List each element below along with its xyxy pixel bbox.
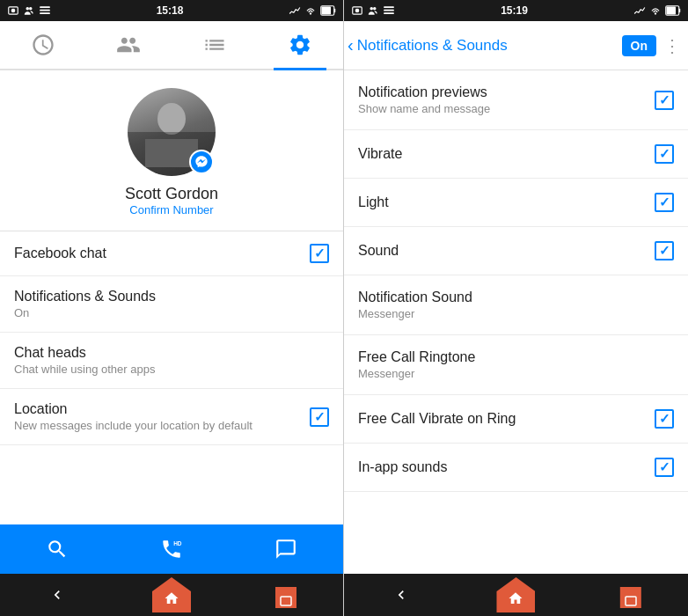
- settings-list: Facebook chat Notifications & Sounds On …: [0, 231, 343, 524]
- notif-item-free-call-vibrate-text: Free Call Vibrate on Ring: [358, 411, 655, 427]
- vibrate-checkbox[interactable]: [655, 144, 674, 164]
- back-button-left[interactable]: [31, 579, 84, 611]
- settings-item-location[interactable]: Location New messages include your locat…: [0, 389, 343, 445]
- svg-point-1: [11, 9, 16, 13]
- svg-rect-22: [384, 12, 394, 14]
- messenger-badge: [189, 150, 214, 174]
- notif-item-free-call-ringtone-title: Free Call Ringtone: [358, 349, 674, 365]
- profile-section: Scott Gordon Confirm Number: [0, 70, 343, 231]
- notif-item-light[interactable]: Light: [344, 179, 688, 227]
- svg-rect-5: [40, 10, 50, 11]
- svg-point-7: [310, 12, 311, 14]
- notif-item-sound[interactable]: Sound: [344, 227, 688, 275]
- notif-item-free-call-ringtone-text: Free Call Ringtone Messenger: [358, 349, 674, 380]
- left-top-nav: [0, 21, 343, 70]
- confirm-number[interactable]: Confirm Number: [129, 203, 213, 216]
- settings-item-facebook-chat[interactable]: Facebook chat: [0, 231, 343, 276]
- back-button-right[interactable]: [375, 579, 428, 611]
- notif-item-notification-previews-title: Notification previews: [358, 84, 655, 100]
- svg-rect-21: [384, 10, 394, 11]
- home-button-right[interactable]: [489, 579, 542, 611]
- notif-item-vibrate-text: Vibrate: [358, 146, 655, 162]
- free-call-vibrate-checkbox[interactable]: [655, 409, 674, 429]
- back-button-icon[interactable]: ‹: [348, 35, 354, 55]
- facebook-chat-checkbox[interactable]: [310, 244, 329, 263]
- notif-item-notification-sound-title: Notification Sound: [358, 290, 674, 305]
- svg-point-23: [655, 12, 656, 14]
- time-left: 15:18: [157, 4, 184, 17]
- notif-item-sound-text: Sound: [358, 243, 655, 259]
- svg-rect-25: [666, 7, 676, 15]
- notifications-list: Notification previews Show name and mess…: [344, 70, 688, 574]
- bottom-nav-call[interactable]: HD: [114, 524, 229, 574]
- notif-item-free-call-vibrate[interactable]: Free Call Vibrate on Ring: [344, 395, 688, 444]
- notif-item-free-call-vibrate-title: Free Call Vibrate on Ring: [358, 411, 655, 427]
- tab-people[interactable]: [102, 20, 155, 70]
- svg-point-19: [373, 7, 377, 10]
- settings-item-location-title: Location: [14, 401, 310, 417]
- notif-item-free-call-ringtone[interactable]: Free Call Ringtone Messenger: [344, 335, 688, 395]
- bottom-nav-left: HD: [0, 524, 343, 574]
- notif-item-vibrate-title: Vibrate: [358, 146, 655, 162]
- settings-item-location-text: Location New messages include your locat…: [14, 401, 310, 432]
- settings-item-notifications-sub: On: [14, 306, 329, 319]
- notif-item-light-text: Light: [358, 194, 655, 210]
- profile-name: Scott Gordon: [125, 185, 218, 203]
- light-checkbox[interactable]: [655, 193, 674, 212]
- bottom-nav-search[interactable]: [0, 524, 114, 574]
- svg-text:HD: HD: [173, 540, 182, 546]
- settings-item-chat-heads[interactable]: Chat heads Chat while using other apps: [0, 333, 343, 389]
- svg-rect-26: [679, 9, 681, 13]
- settings-item-facebook-chat-title: Facebook chat: [14, 246, 310, 261]
- sound-checkbox[interactable]: [655, 241, 674, 260]
- notif-item-notification-sound-text: Notification Sound Messenger: [358, 290, 674, 320]
- notif-item-in-app-sounds[interactable]: In-app sounds: [344, 444, 688, 492]
- status-icons-left: [7, 4, 51, 17]
- bottom-nav-chat[interactable]: [229, 524, 343, 574]
- settings-item-notifications[interactable]: Notifications & Sounds On: [0, 276, 343, 333]
- notif-item-light-title: Light: [358, 194, 655, 210]
- right-top-bar: ‹ Notifications & Sounds On ⋮: [344, 21, 688, 70]
- settings-item-facebook-chat-text: Facebook chat: [14, 246, 310, 261]
- svg-rect-20: [384, 6, 394, 8]
- right-panel: 15:19 ‹ Notifications & Sounds On ⋮ Noti…: [344, 0, 688, 616]
- settings-item-location-sub: New messages include your location by de…: [14, 419, 310, 432]
- tab-requests[interactable]: [188, 20, 241, 70]
- notif-item-notification-previews[interactable]: Notification previews Show name and mess…: [344, 70, 688, 130]
- svg-rect-4: [40, 6, 50, 8]
- home-button-left[interactable]: [145, 579, 198, 611]
- tab-settings[interactable]: [274, 21, 326, 70]
- notification-previews-checkbox[interactable]: [655, 91, 674, 110]
- svg-point-3: [29, 7, 33, 10]
- settings-item-chat-heads-title: Chat heads: [14, 345, 329, 361]
- notif-item-notification-previews-sub: Show name and message: [358, 102, 655, 115]
- status-icons-right-right: [633, 4, 681, 17]
- system-nav-right: [344, 574, 688, 616]
- settings-item-notifications-text: Notifications & Sounds On: [14, 289, 329, 319]
- avatar: [128, 88, 216, 176]
- in-app-sounds-checkbox[interactable]: [655, 458, 674, 477]
- settings-item-chat-heads-sub: Chat while using other apps: [14, 363, 329, 376]
- notif-item-sound-title: Sound: [358, 243, 655, 259]
- notif-item-notification-previews-text: Notification previews Show name and mess…: [358, 84, 655, 115]
- status-icons-right-left: [289, 4, 336, 17]
- svg-rect-10: [334, 9, 336, 13]
- svg-point-11: [157, 103, 186, 135]
- notif-item-vibrate[interactable]: Vibrate: [344, 130, 688, 179]
- notif-item-free-call-ringtone-sub: Messenger: [358, 367, 674, 380]
- more-options-icon[interactable]: ⋮: [663, 35, 681, 56]
- svg-point-2: [26, 7, 30, 10]
- settings-item-chat-heads-text: Chat heads Chat while using other apps: [14, 345, 329, 376]
- tab-recent[interactable]: [17, 20, 70, 70]
- toggle-on-button[interactable]: On: [622, 35, 656, 56]
- settings-item-notifications-title: Notifications & Sounds: [14, 289, 329, 304]
- recent-button-right[interactable]: [604, 579, 657, 611]
- time-right: 15:19: [501, 4, 528, 17]
- location-checkbox[interactable]: [310, 407, 329, 427]
- recent-button-left[interactable]: [260, 579, 312, 611]
- status-icons-left-right: [351, 4, 395, 17]
- notif-item-notification-sound[interactable]: Notification Sound Messenger: [344, 275, 688, 335]
- svg-rect-27: [626, 597, 636, 605]
- svg-rect-9: [321, 7, 331, 15]
- system-nav-left: [0, 574, 343, 616]
